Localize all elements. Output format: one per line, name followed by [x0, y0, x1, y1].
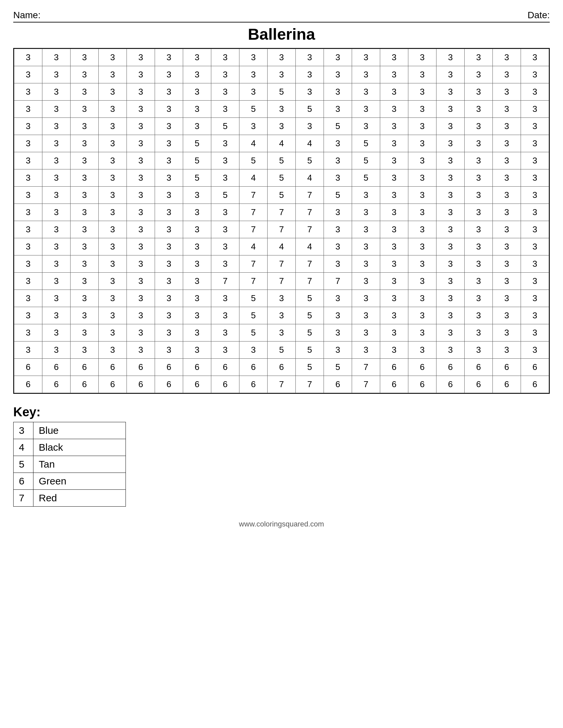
grid-cell: 3: [127, 49, 155, 66]
grid-cell: 3: [437, 307, 465, 324]
grid-cell: 3: [14, 66, 42, 83]
grid-cell: 3: [14, 187, 42, 204]
grid-cell: 3: [42, 101, 70, 118]
table-row: 3333333353533333333: [14, 307, 549, 324]
grid-cell: 6: [99, 359, 127, 376]
grid-cell: 3: [465, 255, 493, 273]
grid-cell: 3: [465, 290, 493, 307]
grid-cell: 3: [14, 324, 42, 341]
grid-cell: 3: [155, 238, 183, 255]
grid-cell: 3: [155, 101, 183, 118]
grid-cell: 3: [437, 49, 465, 66]
grid-cell: 7: [267, 273, 296, 290]
grid-cell: 3: [155, 255, 183, 273]
grid-cell: 3: [155, 324, 183, 341]
grid-cell: 3: [70, 238, 99, 255]
grid-cell: 3: [127, 341, 155, 359]
grid-cell: 3: [211, 49, 239, 66]
grid-cell: 3: [211, 307, 239, 324]
grid-cell: 3: [521, 101, 549, 118]
grid-table: 3333333333333333333333333333333333333333…: [14, 49, 549, 393]
grid-cell: 3: [99, 307, 127, 324]
grid-cell: 3: [324, 169, 352, 187]
grid-cell: 3: [183, 118, 211, 135]
grid-cell: 3: [521, 66, 549, 83]
grid-cell: 3: [408, 204, 437, 221]
grid-cell: 3: [352, 324, 380, 341]
grid-cell: 3: [408, 221, 437, 238]
grid-cell: 3: [324, 49, 352, 66]
grid-cell: 3: [521, 169, 549, 187]
grid-cell: 5: [211, 187, 239, 204]
grid-cell: 3: [183, 307, 211, 324]
grid-cell: 3: [155, 187, 183, 204]
grid-cell: 6: [99, 376, 127, 393]
grid-cell: 7: [296, 273, 324, 290]
grid-cell: 3: [380, 341, 408, 359]
key-color-name: Red: [33, 490, 126, 507]
grid-cell: 3: [352, 187, 380, 204]
grid-cell: 3: [99, 49, 127, 66]
grid-cell: 6: [211, 376, 239, 393]
grid-cell: 3: [70, 135, 99, 152]
grid-cell: 3: [127, 101, 155, 118]
key-color-name: Tan: [33, 456, 126, 473]
grid-cell: 3: [493, 83, 521, 101]
table-row: 3333333344433333333: [14, 238, 549, 255]
grid-cell: 6: [324, 376, 352, 393]
grid-cell: 3: [408, 49, 437, 66]
grid-cell: 7: [239, 273, 267, 290]
key-row: 4Black: [14, 439, 126, 456]
key-color-name: Green: [33, 473, 126, 490]
grid-cell: 5: [211, 118, 239, 135]
grid-cell: 6: [493, 376, 521, 393]
grid-cell: 3: [14, 152, 42, 169]
grid-cell: 7: [296, 255, 324, 273]
grid-cell: 3: [324, 152, 352, 169]
grid-cell: 3: [155, 49, 183, 66]
grid-cell: 3: [211, 204, 239, 221]
grid-cell: 3: [296, 83, 324, 101]
grid-cell: 3: [324, 135, 352, 152]
grid-cell: 3: [70, 290, 99, 307]
grid-cell: 3: [211, 135, 239, 152]
grid-cell: 3: [352, 118, 380, 135]
grid-cell: 3: [437, 273, 465, 290]
grid-cell: 3: [183, 66, 211, 83]
grid-cell: 3: [42, 204, 70, 221]
grid-cell: 3: [70, 204, 99, 221]
grid-cell: 3: [183, 187, 211, 204]
grid-cell: 4: [296, 238, 324, 255]
grid-cell: 3: [324, 101, 352, 118]
grid-cell: 3: [380, 290, 408, 307]
grid-cell: 3: [211, 169, 239, 187]
grid-cell: 3: [127, 290, 155, 307]
grid-cell: 3: [324, 307, 352, 324]
grid-cell: 3: [211, 324, 239, 341]
grid-cell: 3: [324, 221, 352, 238]
grid-cell: 6: [70, 359, 99, 376]
grid-cell: 3: [324, 238, 352, 255]
grid-cell: 3: [99, 135, 127, 152]
grid-cell: 3: [352, 83, 380, 101]
key-number: 4: [14, 439, 33, 456]
grid-cell: 7: [239, 204, 267, 221]
grid-cell: 3: [155, 135, 183, 152]
table-row: 3333333575753333333: [14, 187, 549, 204]
grid-cell: 3: [493, 101, 521, 118]
key-table: 3Blue4Black5Tan6Green7Red: [13, 422, 126, 507]
grid-cell: 3: [380, 221, 408, 238]
grid-cell: 5: [239, 307, 267, 324]
grid-cell: 3: [42, 324, 70, 341]
grid-cell: 7: [296, 204, 324, 221]
grid-cell: 3: [127, 273, 155, 290]
grid-cell: 3: [99, 290, 127, 307]
table-row: 3333333777773333333: [14, 273, 549, 290]
grid-cell: 3: [14, 49, 42, 66]
grid-cell: 3: [408, 118, 437, 135]
grid-cell: 6: [267, 359, 296, 376]
grid-cell: 3: [437, 204, 465, 221]
key-color-name: Black: [33, 439, 126, 456]
grid-cell: 5: [183, 169, 211, 187]
grid-cell: 3: [267, 290, 296, 307]
